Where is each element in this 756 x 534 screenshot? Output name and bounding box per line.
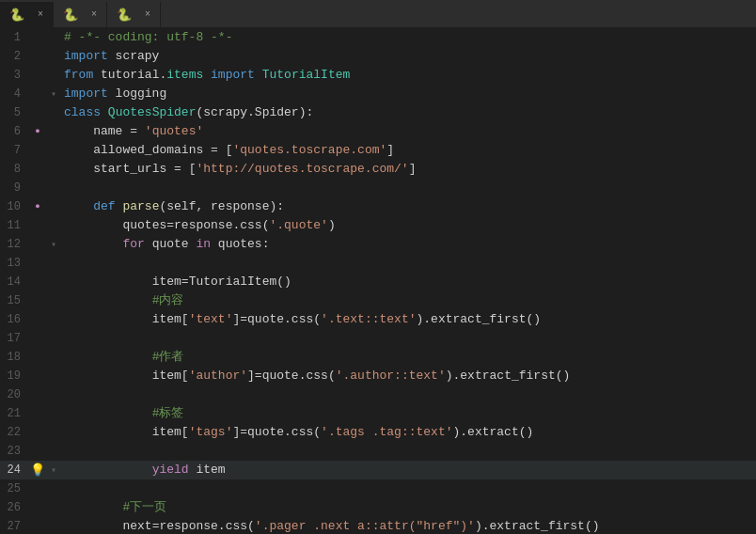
line-row-23: 23 bbox=[0, 442, 756, 461]
line-indicator-6: ● bbox=[28, 127, 47, 136]
line-row-7: 7 allowed_domains = ['quotes.toscrape.co… bbox=[0, 141, 756, 160]
token-kw-ctrl: yield bbox=[152, 461, 189, 479]
token-plain: ).extract_first() bbox=[475, 517, 600, 534]
code-line-20 bbox=[60, 385, 756, 404]
code-line-16: item['text']=quote.css('.text::text').ex… bbox=[60, 310, 756, 329]
token-plain: start_urls = [ bbox=[93, 160, 196, 179]
tab-close-0[interactable]: × bbox=[38, 9, 43, 20]
tab-bar: 🐍 × 🐍 × 🐍 × bbox=[0, 0, 756, 28]
token-str: 'tags' bbox=[189, 423, 233, 442]
line-row-27: 27 next=response.css('.pager .next a::at… bbox=[0, 517, 756, 534]
line-number-1: 1 bbox=[0, 28, 28, 47]
code-line-13 bbox=[60, 254, 756, 273]
token-plain: quotes: bbox=[211, 235, 269, 254]
token-plain: (scrapy.Spider): bbox=[196, 103, 313, 122]
line-row-15: 15 #内容 bbox=[0, 291, 756, 310]
token-str: '.pager .next a::attr("href")' bbox=[255, 517, 475, 534]
token-cls: QuotesSpider bbox=[108, 103, 197, 122]
code-line-2: import scrapy bbox=[60, 47, 756, 66]
token-plain: allowed_domains = [ bbox=[93, 141, 232, 160]
token-str: '.tags .tag::text' bbox=[321, 423, 452, 442]
token-str: 'quotes.toscrape.com' bbox=[232, 141, 386, 160]
tab-pipelines-py[interactable]: 🐍 × bbox=[107, 2, 161, 27]
fold-arrow-12: ▾ bbox=[47, 239, 60, 250]
line-row-25: 25 bbox=[0, 479, 756, 498]
line-row-5: 5class QuotesSpider(scrapy.Spider): bbox=[0, 103, 756, 122]
tab-close-1[interactable]: × bbox=[91, 9, 97, 20]
token-import-item: items bbox=[166, 66, 203, 85]
line-row-11: 11 quotes=response.css('.quote') bbox=[0, 216, 756, 235]
token-kw: import bbox=[211, 66, 255, 85]
line-number-27: 27 bbox=[0, 517, 28, 534]
token-plain: scrapy bbox=[108, 47, 160, 66]
line-row-8: 8 start_urls = ['http://quotes.toscrape.… bbox=[0, 160, 756, 179]
fold-arrow-4: ▾ bbox=[47, 88, 60, 100]
line-number-13: 13 bbox=[0, 254, 28, 273]
line-number-9: 9 bbox=[0, 179, 28, 197]
token-kw: import bbox=[64, 47, 108, 66]
tab-quotes-py[interactable]: 🐍 × bbox=[0, 2, 54, 27]
code-line-3: from tutorial.items import TutorialItem bbox=[60, 66, 756, 85]
token-comment: # -*- coding: utf-8 -*- bbox=[64, 28, 232, 47]
line-row-3: 3from tutorial.items import TutorialItem bbox=[0, 66, 756, 85]
line-number-17: 17 bbox=[0, 329, 28, 348]
token-plain: ] bbox=[409, 160, 417, 179]
tab-close-2[interactable]: × bbox=[145, 9, 150, 20]
line-row-18: 18 #作者 bbox=[0, 348, 756, 367]
token-str: 'text' bbox=[189, 310, 233, 329]
token-str: 'author' bbox=[189, 367, 247, 385]
token-plain: quotes=response.css( bbox=[122, 216, 269, 235]
line-number-2: 2 bbox=[0, 47, 28, 66]
token-comment: #标签 bbox=[152, 404, 184, 423]
line-number-22: 22 bbox=[0, 423, 28, 442]
line-row-14: 14 item=TutorialItem() bbox=[0, 273, 756, 291]
line-row-24: 24💡▾ yield item bbox=[0, 461, 756, 479]
line-row-9: 9 bbox=[0, 179, 756, 197]
line-row-4: 4▾import logging bbox=[0, 85, 756, 103]
code-line-23 bbox=[60, 442, 756, 461]
token-plain: ]=quote.css( bbox=[232, 310, 321, 329]
token-plain: tutorial. bbox=[93, 66, 166, 85]
tab-items-py[interactable]: 🐍 × bbox=[54, 2, 107, 27]
token-kw: import bbox=[64, 85, 108, 103]
line-indicator-24[interactable]: 💡 bbox=[28, 463, 47, 478]
line-row-26: 26 #下一页 bbox=[0, 498, 756, 517]
line-number-5: 5 bbox=[0, 103, 28, 122]
token-comment: #内容 bbox=[152, 291, 184, 310]
token-plain: item bbox=[189, 461, 226, 479]
line-row-2: 2import scrapy bbox=[0, 47, 756, 66]
token-str: '.text::text' bbox=[321, 310, 416, 329]
token-plain bbox=[255, 66, 262, 85]
editor-container: 🐍 × 🐍 × 🐍 × 1# -*- coding: utf-8 -*-2imp… bbox=[0, 0, 756, 534]
line-row-12: 12▾ for quote in quotes: bbox=[0, 235, 756, 254]
line-row-20: 20 bbox=[0, 385, 756, 404]
tab-icon-1: 🐍 bbox=[63, 8, 78, 23]
token-kw: def bbox=[93, 197, 115, 216]
token-plain: (self, response): bbox=[159, 197, 284, 216]
code-line-15: #内容 bbox=[60, 291, 756, 310]
line-number-12: 12 bbox=[0, 235, 28, 254]
line-number-14: 14 bbox=[0, 273, 28, 291]
line-row-17: 17 bbox=[0, 329, 756, 348]
code-line-5: class QuotesSpider(scrapy.Spider): bbox=[60, 103, 756, 122]
code-line-19: item['author']=quote.css('.author::text'… bbox=[60, 367, 756, 385]
token-plain bbox=[203, 66, 211, 85]
token-plain: name = bbox=[93, 122, 145, 141]
code-line-26: #下一页 bbox=[60, 498, 756, 517]
line-indicator-10: ● bbox=[28, 202, 47, 212]
token-kw: class bbox=[64, 103, 101, 122]
code-line-14: item=TutorialItem() bbox=[60, 273, 756, 291]
code-line-27: next=response.css('.pager .next a::attr(… bbox=[60, 517, 756, 534]
code-editor: 1# -*- coding: utf-8 -*-2import scrapy3f… bbox=[0, 28, 756, 534]
token-plain: ).extract_first() bbox=[446, 367, 571, 385]
lines-container: 1# -*- coding: utf-8 -*-2import scrapy3f… bbox=[0, 28, 756, 534]
line-row-22: 22 item['tags']=quote.css('.tags .tag::t… bbox=[0, 423, 756, 442]
code-line-6: name = 'quotes' bbox=[60, 122, 756, 141]
line-number-15: 15 bbox=[0, 291, 28, 310]
tab-icon-2: 🐍 bbox=[117, 8, 132, 23]
token-kw: from bbox=[64, 66, 93, 85]
line-number-10: 10 bbox=[0, 197, 28, 216]
token-fn: parse bbox=[122, 197, 159, 216]
line-number-23: 23 bbox=[0, 442, 28, 461]
code-line-17 bbox=[60, 329, 756, 348]
